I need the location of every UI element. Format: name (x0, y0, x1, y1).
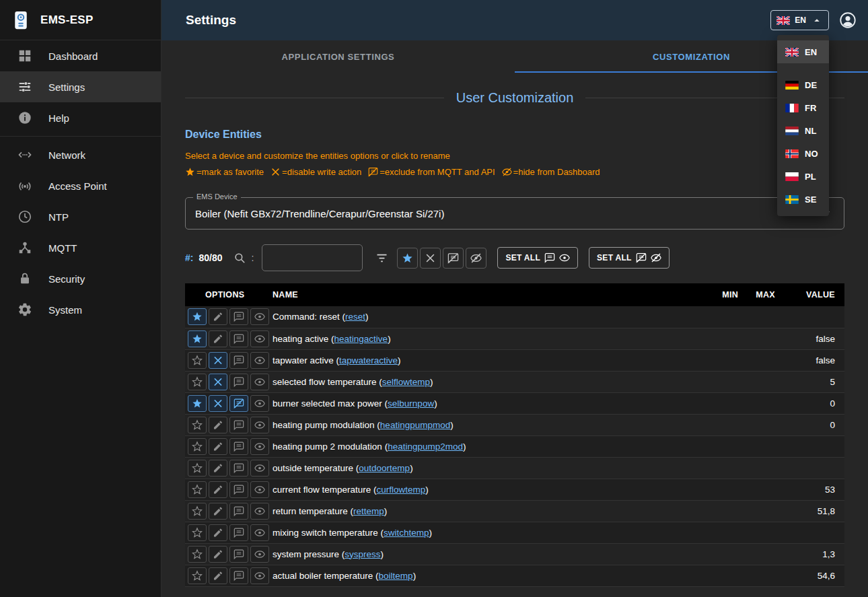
language-option-en[interactable]: EN (777, 40, 829, 63)
visibility-toggle[interactable] (250, 546, 269, 563)
visibility-toggle[interactable] (250, 524, 269, 541)
entity-code-link[interactable]: heatingpump2mod (388, 442, 463, 452)
entity-code-link[interactable]: boiltemp (379, 571, 413, 581)
tab-application-settings[interactable]: APPLICATION SETTINGS (161, 40, 515, 73)
favorite-toggle[interactable] (188, 395, 207, 412)
entity-name[interactable]: Command: reset (reset) (267, 306, 710, 328)
language-option-pl[interactable]: PL (777, 165, 829, 188)
sidebar-item-mqtt[interactable]: MQTT (0, 232, 161, 263)
visibility-toggle[interactable] (250, 395, 269, 412)
entity-name[interactable]: heating pump modulation (heatingpumpmod) (267, 414, 710, 435)
language-option-fr[interactable]: FR (777, 96, 829, 119)
table-row[interactable]: heating active (heatingactive)false (185, 328, 844, 349)
table-row[interactable]: outside temperature (outdoortemp) (185, 457, 844, 479)
filter-mqtt-excluded-toggle[interactable] (443, 248, 464, 269)
visibility-toggle[interactable] (250, 503, 269, 520)
favorite-toggle[interactable] (188, 330, 207, 347)
filter-hidden-toggle[interactable] (466, 248, 486, 269)
write-toggle[interactable] (209, 481, 227, 498)
table-row[interactable]: heating pump 2 modulation (heatingpump2m… (185, 435, 844, 457)
entity-name[interactable]: tapwater active (tapwateractive) (267, 349, 710, 371)
sidebar-item-system[interactable]: System (0, 294, 161, 325)
entity-name[interactable]: outside temperature (outdoortemp) (267, 457, 710, 479)
sidebar-item-settings[interactable]: Settings (0, 71, 161, 102)
favorite-toggle[interactable] (188, 417, 207, 433)
favorite-toggle[interactable] (188, 481, 207, 498)
mqtt-exclude-toggle[interactable] (229, 438, 248, 455)
write-toggle[interactable] (209, 352, 227, 369)
table-row[interactable]: current flow temperature (curflowtemp)53 (185, 479, 844, 500)
entity-code-link[interactable]: syspress (345, 549, 380, 559)
entity-name[interactable]: heating pump 2 modulation (heatingpump2m… (267, 435, 710, 457)
language-option-nl[interactable]: NL (777, 119, 829, 142)
entity-code-link[interactable]: selflowtemp (382, 377, 430, 387)
table-row[interactable]: system pressure (syspress)1,3 (185, 543, 844, 565)
write-toggle[interactable] (209, 308, 227, 325)
mqtt-exclude-toggle[interactable] (229, 374, 248, 390)
write-toggle[interactable] (209, 460, 227, 477)
visibility-toggle[interactable] (250, 460, 269, 477)
write-toggle[interactable] (209, 503, 227, 520)
entity-code-link[interactable]: switchtemp (384, 528, 429, 538)
mqtt-exclude-toggle[interactable] (229, 308, 248, 325)
write-toggle[interactable] (209, 374, 227, 390)
entity-code-link[interactable]: curflowtemp (377, 485, 426, 495)
favorite-toggle[interactable] (188, 308, 207, 325)
entity-name[interactable]: selected flow temperature (selflowtemp) (267, 371, 710, 392)
write-toggle[interactable] (209, 330, 227, 347)
favorite-toggle[interactable] (188, 352, 207, 369)
sidebar-item-help[interactable]: Help (0, 102, 161, 133)
entity-code-link[interactable]: reset (345, 312, 365, 322)
account-button[interactable] (838, 11, 857, 30)
set-all-hidden-button[interactable]: SET ALL (589, 247, 670, 269)
device-select[interactable]: EMS Device Boiler (Nefit GBx72/Trendline… (185, 197, 844, 230)
filter-write-disabled-toggle[interactable] (420, 248, 441, 269)
entity-code-link[interactable]: tapwateractive (339, 355, 398, 365)
write-toggle[interactable] (209, 546, 227, 563)
sidebar-item-network[interactable]: Network (0, 139, 161, 170)
write-toggle[interactable] (209, 395, 227, 412)
write-toggle[interactable] (209, 438, 227, 455)
mqtt-exclude-toggle[interactable] (229, 460, 248, 477)
mqtt-exclude-toggle[interactable] (229, 481, 248, 498)
entity-code-link[interactable]: heatingactive (334, 334, 388, 344)
sidebar-item-security[interactable]: Security (0, 263, 161, 294)
filter-favorites-toggle[interactable] (397, 248, 418, 269)
table-row[interactable]: burner selected max power (selburnpow)0 (185, 392, 844, 414)
entity-name[interactable]: actual boiler temperature (boiltemp) (267, 565, 710, 586)
entity-name[interactable]: burner selected max power (selburnpow) (267, 392, 710, 414)
table-row[interactable]: actual boiler temperature (boiltemp)54,6 (185, 565, 844, 586)
entity-name[interactable]: current flow temperature (curflowtemp) (267, 479, 710, 500)
language-option-se[interactable]: SE (777, 188, 829, 211)
sidebar-item-ntp[interactable]: NTP (0, 201, 161, 232)
visibility-toggle[interactable] (250, 567, 269, 584)
favorite-toggle[interactable] (188, 374, 207, 390)
entity-name[interactable]: system pressure (syspress) (267, 543, 710, 565)
favorite-toggle[interactable] (188, 546, 207, 563)
table-row[interactable]: Command: reset (reset) (185, 306, 844, 328)
visibility-toggle[interactable] (250, 308, 269, 325)
favorite-toggle[interactable] (188, 503, 207, 520)
table-row[interactable]: mixing switch temperature (switchtemp) (185, 522, 844, 543)
entity-code-link[interactable]: outdoortemp (359, 463, 410, 473)
language-option-no[interactable]: NO (777, 142, 829, 165)
mqtt-exclude-toggle[interactable] (229, 395, 248, 412)
favorite-toggle[interactable] (188, 460, 207, 477)
visibility-toggle[interactable] (250, 330, 269, 347)
write-toggle[interactable] (209, 524, 227, 541)
visibility-toggle[interactable] (250, 438, 269, 455)
mqtt-exclude-toggle[interactable] (229, 503, 248, 520)
entity-code-link[interactable]: rettemp (353, 506, 384, 516)
entity-code-link[interactable]: selburnpow (388, 398, 434, 409)
entity-name[interactable]: return temperature (rettemp) (267, 500, 710, 522)
favorite-toggle[interactable] (188, 524, 207, 541)
write-toggle[interactable] (209, 417, 227, 433)
favorite-toggle[interactable] (188, 438, 207, 455)
table-row[interactable]: return temperature (rettemp)51,8 (185, 500, 844, 522)
sidebar-item-access-point[interactable]: Access Point (0, 170, 161, 201)
mqtt-exclude-toggle[interactable] (229, 417, 248, 433)
set-all-visible-button[interactable]: SET ALL (497, 247, 578, 269)
mqtt-exclude-toggle[interactable] (229, 352, 248, 369)
table-row[interactable]: tapwater active (tapwateractive)false (185, 349, 844, 371)
sidebar-item-dashboard[interactable]: Dashboard (0, 40, 161, 71)
